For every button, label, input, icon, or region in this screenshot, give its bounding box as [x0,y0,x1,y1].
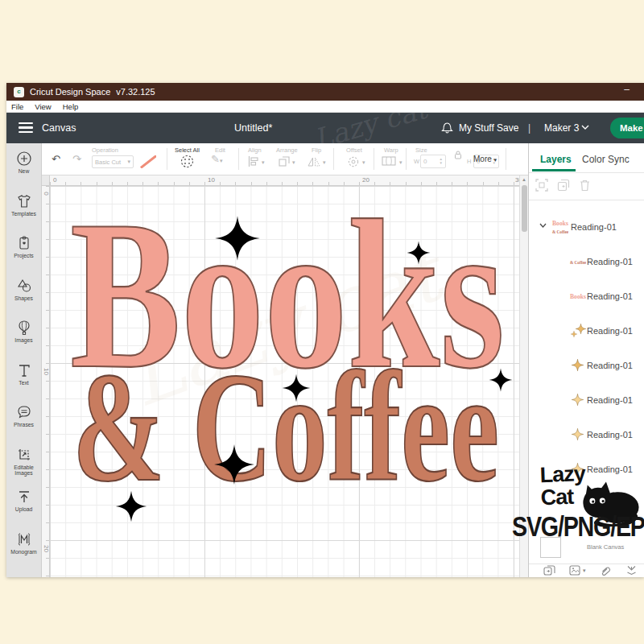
chevron-down-icon[interactable] [581,125,589,130]
sidebar-item-monogram[interactable]: Monogram [6,531,41,574]
layer-thumbnail-books-text: Books [569,287,587,305]
document-title[interactable]: Untitled* [234,122,272,134]
sparkle-star[interactable] [489,368,513,392]
balloon-icon [16,320,32,336]
offset-icon[interactable] [348,156,359,167]
layer-thumbnail-coffee-text: & Coffee [569,253,587,270]
text-icon [16,362,32,378]
arrange-icon[interactable] [279,156,290,167]
sidebar-item-phrases[interactable]: Phrases [6,404,41,447]
design-canvas[interactable]: Lazy cat Books & Coffee [50,186,519,577]
operation-label: Operation [92,147,118,154]
shapes-icon [16,278,32,294]
sidebar-item-text[interactable]: Text [6,362,41,405]
sparkle-star[interactable] [407,241,431,265]
trash-icon[interactable] [579,179,591,192]
ruler-mark: 0 [53,176,56,184]
layer-thumbnail: Books & Coffee [551,218,569,236]
sidebar-item-editable-images[interactable]: Editable Images [6,447,41,489]
layer-thumbnail-sparkle [569,357,587,374]
arrange-label[interactable]: Arrange [276,147,298,154]
stepper-icon[interactable]: ▲▼ [440,158,443,166]
ruler-mark: 20 [43,545,50,553]
menu-view[interactable]: View [35,102,51,111]
ruler-corner [42,175,50,186]
width-input[interactable]: 0 ▲▼ [420,155,446,168]
group-icon[interactable] [543,565,555,576]
scroll-up-icon[interactable]: ▲ [520,177,528,182]
undo-icon[interactable]: ↶ [52,154,60,164]
horizontal-ruler: 0 10 20 30 [50,175,519,186]
sidebar-item-upload[interactable]: Upload [6,489,41,531]
minimize-button[interactable]: – [624,84,630,95]
select-layers-icon[interactable] [535,179,548,192]
width-label: W [414,158,419,165]
canvas-label[interactable]: Canvas [42,122,76,134]
attach-icon[interactable] [600,565,612,576]
tab-color-sync[interactable]: Color Sync [582,154,630,165]
duplicate-icon[interactable] [557,179,570,192]
notifications-bell-icon[interactable] [441,121,453,134]
design-text-books[interactable]: Books [68,213,513,384]
hamburger-menu-icon[interactable] [19,122,33,133]
layer-row[interactable]: Reading-01 [529,423,644,448]
sparkle-star[interactable] [214,215,261,262]
scrollbar-thumb[interactable] [522,185,527,232]
image-icon[interactable] [569,565,581,576]
layer-row[interactable]: & Coffee Reading-01 [529,250,644,275]
ruler-mark: 0 [43,190,50,198]
layer-row[interactable]: Books Reading-01 [529,285,644,309]
flip-label[interactable]: Flip [312,147,321,154]
align-label[interactable]: Align [248,147,262,154]
header-divider: | [528,122,530,134]
layer-group-row[interactable]: Books & Coffee Reading-01 [529,216,644,240]
linetype-color-swatch[interactable] [140,155,156,168]
warp-icon[interactable] [382,156,396,166]
layer-thumbnail-sparkle [569,391,587,409]
pencil-icon[interactable]: ✎▾ [211,154,222,164]
svg-text:Books: Books [570,293,586,300]
operation-select[interactable]: Basic Cut ▾ [92,155,134,168]
more-button[interactable]: More ▾ [473,155,497,163]
caret-down-icon: ▾ [494,157,497,163]
redo-icon[interactable]: ↷ [72,154,81,164]
flatten-icon[interactable] [625,565,638,576]
caret-down-icon[interactable]: ▾ [583,568,586,574]
sidebar-item-shapes[interactable]: Shapes [6,278,41,320]
edit-toolbar: ↶ ↷ Operation Basic Cut ▾ Select All Edi… [42,143,528,175]
sparkle-star[interactable] [213,444,255,485]
menu-help[interactable]: Help [63,102,79,111]
layer-row[interactable]: Reading-01 [529,354,644,378]
my-stuff-link[interactable]: My Stuff [459,122,494,134]
select-all-label[interactable]: Select All [175,147,200,154]
app-version: v7.32.125 [116,87,155,97]
flip-icon[interactable] [308,156,320,167]
ruler-mark: 20 [362,176,369,184]
ruler-mark: 10 [208,176,215,184]
menu-file[interactable]: File [11,102,23,111]
offset-label[interactable]: Offset [346,147,362,154]
sidebar-item-new[interactable]: New [6,151,41,193]
warp-label[interactable]: Warp [384,147,398,154]
lock-icon[interactable] [454,151,462,159]
align-icon[interactable] [248,156,259,167]
sparkle-star[interactable] [115,490,147,522]
chevron-down-icon[interactable] [539,223,547,228]
layer-actions [535,179,591,192]
make-it-button[interactable]: Make [610,118,644,138]
svg-text:Books: Books [552,220,568,227]
layer-row[interactable]: Reading-01 [529,320,644,344]
save-button[interactable]: Save [497,122,518,134]
select-all-icon[interactable] [180,155,194,168]
sidebar-item-projects[interactable]: Projects [6,235,41,278]
tab-layers[interactable]: Layers [540,154,572,165]
sidebar-item-images[interactable]: Images [6,320,41,362]
layer-row[interactable]: Reading-01 [529,389,644,413]
app-header: Lazy cat Canvas Untitled* My Stuff Save … [6,113,644,143]
notebook-icon [16,235,32,251]
machine-selector[interactable]: Maker 3 [544,122,579,134]
sidebar-item-templates[interactable]: Templates [6,193,41,236]
watermark-brand-text: Cat [540,485,574,510]
svg-text:Books: Books [70,213,505,384]
sparkle-star[interactable] [282,374,311,402]
